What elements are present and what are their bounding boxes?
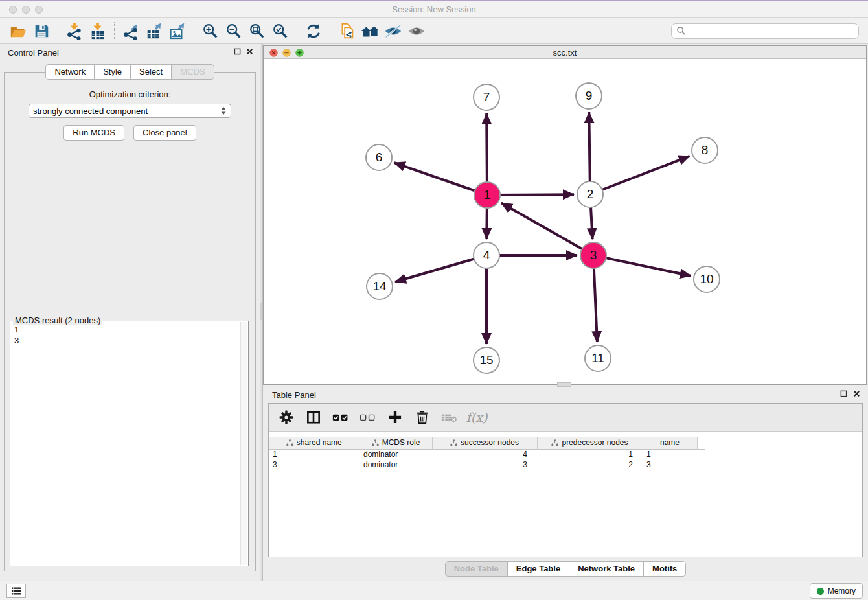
add-column-icon[interactable] bbox=[385, 408, 405, 427]
table-row[interactable]: 3dominator323 bbox=[269, 459, 705, 470]
zoom-out-icon[interactable] bbox=[222, 21, 246, 41]
table-cell[interactable]: 1 bbox=[537, 449, 643, 459]
optimization-criterion-label: Optimization criterion: bbox=[5, 89, 255, 99]
graph-node-14[interactable]: 14 bbox=[366, 273, 393, 300]
table-cell[interactable]: 2 bbox=[537, 459, 643, 470]
splitter-grip[interactable] bbox=[260, 303, 262, 320]
mcds-result-group: MCDS result (2 nodes) 1 3 bbox=[10, 321, 249, 566]
graph-node-2[interactable]: 2 bbox=[577, 181, 604, 208]
table-cell-filler bbox=[697, 449, 705, 459]
column-header-name[interactable]: name bbox=[643, 437, 697, 449]
memory-button[interactable]: Memory bbox=[810, 583, 863, 599]
copy-network-icon[interactable] bbox=[335, 21, 358, 41]
table-cell[interactable]: dominator bbox=[360, 459, 432, 470]
graph-node-11[interactable]: 11 bbox=[584, 345, 611, 372]
network-window-titlebar[interactable]: scc.txt bbox=[264, 46, 866, 59]
tab-select[interactable]: Select bbox=[130, 64, 172, 80]
close-table-panel-icon[interactable] bbox=[853, 390, 860, 397]
zoom-selected-icon[interactable] bbox=[269, 21, 292, 41]
result-scrollbar[interactable] bbox=[240, 322, 247, 565]
toolbar-separator bbox=[58, 22, 58, 40]
show-all-icon[interactable] bbox=[405, 21, 428, 41]
deselect-all-checkboxes-icon[interactable] bbox=[358, 408, 378, 427]
refresh-view-icon[interactable] bbox=[302, 21, 325, 41]
table-cell[interactable]: 3 bbox=[643, 459, 697, 470]
graph-node-3[interactable]: 3 bbox=[580, 242, 607, 269]
float-table-panel-icon[interactable] bbox=[840, 390, 847, 397]
column-header-successor-nodes[interactable]: successor nodes bbox=[432, 437, 537, 449]
graph-node-1[interactable]: 1 bbox=[474, 181, 501, 209]
import-table-icon[interactable] bbox=[86, 21, 109, 41]
control-panel-title: Control Panel bbox=[8, 48, 59, 58]
table-settings-icon[interactable] bbox=[277, 408, 296, 427]
table-cell[interactable]: 1 bbox=[643, 449, 697, 459]
select-all-checkboxes-icon[interactable] bbox=[331, 408, 350, 427]
graph-node-8[interactable]: 8 bbox=[691, 137, 718, 164]
tab-style[interactable]: Style bbox=[94, 64, 131, 80]
zoom-fit-icon[interactable] bbox=[246, 21, 269, 41]
list-icon bbox=[11, 586, 21, 595]
graph-edge-1-6[interactable] bbox=[394, 163, 487, 195]
graph-node-15[interactable]: 15 bbox=[473, 347, 500, 374]
table-toolbar: f(x) bbox=[269, 404, 862, 432]
column-sort-icon bbox=[551, 439, 558, 446]
control-panel-header: Control Panel bbox=[0, 44, 260, 61]
export-network-icon[interactable] bbox=[119, 21, 143, 41]
mcds-result-text[interactable]: 1 3 bbox=[11, 322, 240, 565]
table-cell[interactable]: 3 bbox=[432, 459, 537, 470]
tab-network-table[interactable]: Network Table bbox=[569, 561, 644, 577]
app-titlebar: Session: New Session bbox=[0, 1, 868, 18]
table-cell[interactable]: 1 bbox=[269, 449, 360, 459]
table-header-row: shared name MCDS role successor nodes pr… bbox=[269, 437, 705, 449]
status-bar: Memory bbox=[0, 581, 868, 600]
network-canvas[interactable]: 7968124314101511 bbox=[264, 60, 866, 384]
table-cell[interactable]: dominator bbox=[360, 449, 432, 459]
open-session-icon[interactable] bbox=[6, 21, 30, 41]
graph-node-7[interactable]: 7 bbox=[473, 84, 500, 111]
graph-edge-4-14[interactable] bbox=[395, 255, 486, 282]
graph-edge-2-8[interactable] bbox=[590, 156, 690, 194]
control-panel: Control Panel Network Style Select MCDS … bbox=[0, 44, 260, 582]
run-mcds-button[interactable]: Run MCDS bbox=[63, 125, 124, 141]
task-history-button[interactable] bbox=[6, 584, 26, 598]
split-view-icon[interactable] bbox=[304, 408, 323, 427]
search-input[interactable] bbox=[686, 25, 858, 38]
horizontal-splitter-grip[interactable] bbox=[557, 382, 571, 387]
search-field[interactable] bbox=[671, 23, 859, 39]
select-stepper-icon bbox=[220, 106, 227, 115]
column-header-shared-name[interactable]: shared name bbox=[269, 437, 360, 449]
table-cell[interactable]: 4 bbox=[432, 449, 537, 459]
tab-node-table[interactable]: Node Table bbox=[445, 561, 508, 577]
float-panel-icon[interactable] bbox=[234, 48, 241, 55]
column-sort-icon bbox=[286, 439, 293, 446]
delete-columns-icon[interactable] bbox=[413, 408, 432, 427]
tab-network[interactable]: Network bbox=[45, 64, 95, 80]
tab-edge-table[interactable]: Edge Table bbox=[507, 561, 569, 577]
close-panel-button[interactable]: Close panel bbox=[133, 125, 196, 141]
graph-node-4[interactable]: 4 bbox=[473, 242, 500, 269]
criterion-select[interactable]: strongly connected component bbox=[29, 104, 231, 118]
close-panel-icon[interactable] bbox=[246, 48, 253, 55]
tab-mcds[interactable]: MCDS bbox=[171, 64, 214, 80]
toolbar-separator bbox=[297, 22, 297, 40]
table-row[interactable]: 1dominator411 bbox=[269, 449, 705, 459]
tab-motifs[interactable]: Motifs bbox=[643, 561, 686, 577]
graph-node-9[interactable]: 9 bbox=[575, 82, 602, 110]
column-header-predecessor-nodes[interactable]: predecessor nodes bbox=[537, 437, 643, 449]
hide-selected-icon[interactable] bbox=[382, 21, 405, 41]
import-network-icon[interactable] bbox=[63, 21, 86, 41]
save-session-icon[interactable] bbox=[30, 21, 53, 41]
home-view-icon[interactable] bbox=[358, 21, 382, 41]
search-icon bbox=[676, 26, 686, 36]
graph-edge-3-10[interactable] bbox=[593, 255, 691, 276]
zoom-in-icon[interactable] bbox=[199, 21, 222, 41]
network-view-window: scc.txt 7968124314101511 bbox=[263, 45, 867, 385]
column-header-mcds-role[interactable]: MCDS role bbox=[360, 437, 432, 449]
toolbar-separator bbox=[330, 22, 330, 40]
export-table-icon[interactable] bbox=[143, 21, 166, 41]
graph-edge-3-1[interactable] bbox=[501, 203, 593, 255]
graph-node-6[interactable]: 6 bbox=[365, 144, 393, 171]
table-cell[interactable]: 3 bbox=[269, 459, 360, 470]
export-image-icon[interactable] bbox=[166, 21, 189, 41]
graph-node-10[interactable]: 10 bbox=[693, 266, 720, 293]
